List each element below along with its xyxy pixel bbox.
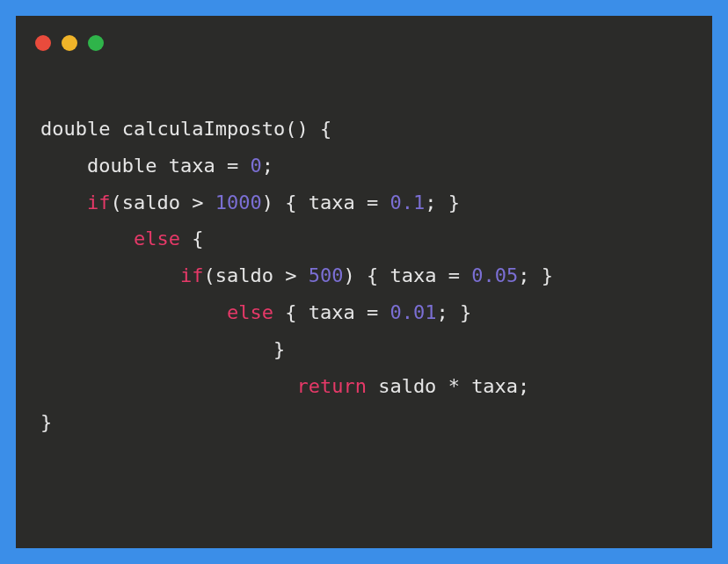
titlebar [16,16,712,51]
code-token-sp [355,264,367,286]
code-token-sp [180,192,192,213]
code-token-kw: if [180,264,204,286]
code-token-sp [378,301,389,323]
code-token-punct: ; [518,375,529,397]
code-token-op: = [448,264,460,286]
maximize-icon[interactable] [88,35,104,51]
code-token-sp [460,375,471,397]
code-token-punct: { [285,301,296,323]
code-token-sp [355,192,367,213]
code-token-sp [367,375,378,397]
code-token-type: double [40,118,110,140]
code-token-op: > [192,192,203,213]
code-token-ident: taxa [471,375,518,397]
code-token-sp [378,192,389,213]
code-window: double calculaImposto() { double taxa = … [16,16,712,548]
code-line: else { taxa = 0.01; } [40,294,688,331]
code-token-num: 0.1 [389,192,425,213]
code-token-op: * [448,375,460,397]
code-token-punct: ; [518,264,529,286]
code-token-ident: taxa [309,192,355,213]
code-token-ident: saldo [215,264,273,286]
code-token-sp [296,192,308,213]
code-token-type: double [87,155,157,177]
code-token-punct: ) [343,264,354,286]
code-token-punct: { [320,118,331,140]
code-token-sp [238,155,250,177]
code-token-num: 0.01 [389,301,436,323]
code-token-op: > [285,264,296,286]
code-token-punct: () [285,118,309,140]
code-token-punct: ; [262,155,273,177]
code-token-op: = [367,192,378,213]
close-icon[interactable] [35,35,51,51]
code-token-sp [296,264,308,286]
code-token-punct: } [448,192,460,213]
code-token-ident: saldo [122,192,180,213]
code-token-kw: if [87,192,111,213]
code-token-punct: } [542,264,553,286]
code-token-num: 1000 [215,192,262,213]
code-token-ident: taxa [169,155,215,177]
code-token-op: = [227,155,238,177]
code-token-num: 0.05 [471,264,518,286]
code-token-sp [296,301,308,323]
code-token-sp [448,301,460,323]
code-token-punct: } [273,338,285,360]
code-token-punct: ( [110,192,121,213]
minimize-icon[interactable] [62,35,77,51]
code-line: double taxa = 0; [40,148,688,184]
code-token-sp [378,264,389,286]
code-token-punct: ) [262,192,273,213]
code-token-kw: else [134,228,180,249]
code-token-num: 500 [309,264,344,286]
code-token-ident: taxa [309,301,355,323]
code-token-punct: } [40,411,52,433]
code-token-sp [309,118,320,140]
code-line: if(saldo > 500) { taxa = 0.05; } [40,257,688,294]
code-token-kw: return [296,375,366,397]
code-token-sp [436,264,448,286]
code-token-num: 0 [250,155,261,177]
code-token-sp [355,301,367,323]
code-line: double calculaImposto() { [40,111,688,148]
code-token-sp [436,192,448,213]
code-token-sp [110,118,121,140]
code-line: if(saldo > 1000) { taxa = 0.1; } [40,184,688,221]
code-line: } [40,404,688,441]
code-token-sp [436,375,448,397]
code-token-punct: { [285,192,296,213]
code-token-punct: ; [436,301,448,323]
code-token-sp [273,264,285,286]
code-token-sp [157,155,168,177]
code-line: return saldo * taxa; [40,368,688,405]
code-token-punct: { [192,228,203,249]
code-token-punct: ( [203,264,215,286]
code-token-punct: } [460,301,471,323]
code-token-sp [273,192,285,213]
code-token-sp [180,228,192,249]
code-token-punct: { [367,264,378,286]
code-token-sp [529,264,541,286]
code-token-ident: saldo [378,375,436,397]
code-line: } [40,331,688,368]
code-content: double calculaImposto() { double taxa = … [16,51,712,466]
code-token-ident: calculaImposto [122,118,285,140]
code-token-sp [203,192,215,213]
code-token-op: = [367,301,378,323]
code-token-sp [273,301,285,323]
code-line: else { [40,221,688,257]
code-token-punct: ; [425,192,436,213]
code-token-kw: else [227,301,273,323]
code-token-ident: taxa [389,264,436,286]
code-token-sp [215,155,227,177]
code-token-sp [460,264,471,286]
